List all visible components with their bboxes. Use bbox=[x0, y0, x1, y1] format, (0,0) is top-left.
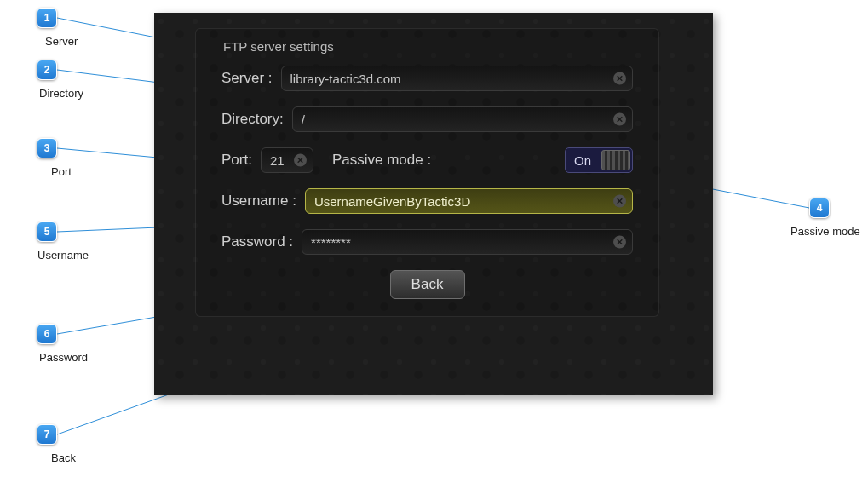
clear-directory-icon[interactable] bbox=[613, 113, 626, 126]
callout-badge-5: 5 bbox=[37, 221, 57, 242]
clear-username-icon[interactable] bbox=[613, 195, 626, 208]
back-button[interactable]: Back bbox=[390, 270, 465, 299]
clear-server-icon[interactable] bbox=[613, 72, 626, 85]
callout-label-7: Back bbox=[51, 451, 76, 464]
callout-badge-6: 6 bbox=[37, 324, 57, 344]
callout-label-3: Port bbox=[51, 165, 72, 178]
callout-label-5: Username bbox=[37, 249, 89, 262]
password-input-wrap[interactable] bbox=[302, 229, 633, 255]
callout-badge-7: 7 bbox=[37, 424, 57, 445]
password-row: Password : bbox=[221, 229, 633, 255]
app-window: FTP server settings Server : Directory: bbox=[154, 13, 713, 395]
clear-port-icon[interactable] bbox=[294, 154, 307, 167]
callout-badge-1: 1 bbox=[37, 8, 57, 28]
password-label: Password : bbox=[221, 233, 293, 250]
username-input[interactable] bbox=[314, 194, 606, 209]
clear-password-icon[interactable] bbox=[613, 236, 626, 249]
port-input-wrap[interactable] bbox=[261, 147, 313, 173]
passive-label: Passive mode : bbox=[332, 152, 431, 169]
panel-title: FTP server settings bbox=[223, 39, 633, 54]
callout-label-6: Password bbox=[39, 351, 88, 364]
callout-label-1: Server bbox=[45, 35, 78, 48]
callout-label-2: Directory bbox=[39, 87, 83, 100]
directory-label: Directory: bbox=[221, 111, 284, 128]
passive-mode-toggle[interactable]: On bbox=[565, 147, 633, 173]
username-label: Username : bbox=[221, 193, 296, 210]
username-input-wrap[interactable] bbox=[305, 188, 633, 214]
port-passive-row: Port: Passive mode : On bbox=[221, 147, 633, 173]
toggle-knob-icon bbox=[601, 150, 630, 170]
server-input[interactable] bbox=[290, 72, 606, 86]
port-input[interactable] bbox=[270, 153, 287, 168]
username-row: Username : bbox=[221, 188, 633, 214]
password-input[interactable] bbox=[311, 235, 606, 250]
callout-badge-3: 3 bbox=[37, 138, 57, 158]
server-input-wrap[interactable] bbox=[281, 66, 633, 91]
ftp-settings-panel: FTP server settings Server : Directory: bbox=[195, 28, 659, 317]
server-row: Server : bbox=[221, 66, 633, 91]
callout-badge-4: 4 bbox=[809, 198, 830, 218]
passive-toggle-text: On bbox=[574, 153, 591, 168]
server-label: Server : bbox=[221, 70, 273, 87]
port-label: Port: bbox=[221, 152, 252, 169]
directory-row: Directory: bbox=[221, 106, 633, 132]
callout-badge-2: 2 bbox=[37, 60, 57, 80]
directory-input-wrap[interactable] bbox=[292, 106, 633, 132]
directory-input[interactable] bbox=[302, 112, 606, 127]
callout-label-4: Passive mode bbox=[790, 225, 860, 238]
